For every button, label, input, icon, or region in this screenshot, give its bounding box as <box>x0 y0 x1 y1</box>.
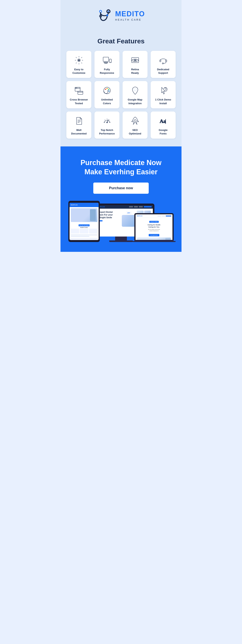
stat-badge: 200+ <box>126 212 132 214</box>
svg-point-23 <box>75 88 76 88</box>
svg-rect-19 <box>166 60 167 62</box>
responsive-icon <box>102 55 112 65</box>
svg-point-34 <box>134 88 136 91</box>
feature-card-dedicated-support: DedicatedSupport <box>151 51 176 78</box>
tablet-header-bar: MEDIPULSE <box>70 203 99 207</box>
speedometer-icon <box>102 116 112 126</box>
tablet-mockup: MEDIPULSE Eye Care and Holistic Health C… <box>68 201 100 242</box>
feature-label-google-map: Google MapIntegration <box>128 98 142 105</box>
svg-point-5 <box>108 11 109 12</box>
laptop-mockup: MEDIPULSE Caring for Health Caring for H… <box>134 213 174 242</box>
logo-title: MEDITO <box>115 10 145 18</box>
features-grid: Easy toCustomize FullyResponsive <box>66 51 176 138</box>
svg-point-31 <box>106 88 108 89</box>
feature-card-fully-responsive: FullyResponsive <box>95 51 119 78</box>
svg-rect-10 <box>103 57 109 62</box>
feature-label-easy-customize: Easy toCustomize <box>73 68 85 75</box>
svg-point-27 <box>78 92 79 92</box>
feature-card-seo-optimized: SEOOptimized <box>123 112 147 138</box>
logo-text-block: MEDITO HEALTH CARE <box>115 10 145 21</box>
feature-card-cross-browser: Cross BrowserTested <box>66 81 91 108</box>
laptop-content: Caring for Health Caring for HealthCarin… <box>136 218 172 240</box>
svg-point-30 <box>105 89 106 90</box>
logo-subtitle: HEALTH CARE <box>115 18 145 21</box>
headset-icon <box>158 55 168 65</box>
feature-card-retina-ready: RetinaReady <box>123 51 147 78</box>
feature-card-google-fonts: Aa GoogleFonts <box>151 112 176 138</box>
svg-point-45 <box>134 120 136 122</box>
features-title: Great Features <box>66 37 176 45</box>
cta-section: Purchase Medicate NowMake Everhing Easie… <box>61 146 181 252</box>
laptop-logo: MEDIPULSE <box>137 215 142 216</box>
tablet-screen: MEDIPULSE Eye Care and Holistic Health C… <box>70 203 99 240</box>
logo-icon <box>97 8 113 24</box>
header-section: MEDITO HEALTH CARE <box>61 0 181 35</box>
mockup-section: MEDIPULSE Eye Care and Holistic Health C… <box>66 204 176 242</box>
desktop-base <box>109 240 133 242</box>
laptop-title: Caring for HealthCaring for You. <box>137 224 171 228</box>
svg-text:Aa: Aa <box>160 118 166 124</box>
svg-point-17 <box>135 60 136 61</box>
palette-icon <box>102 86 112 96</box>
desktop-stand <box>115 236 127 240</box>
tablet-logo: MEDIPULSE <box>71 204 78 206</box>
feature-label-cross-browser: Cross BrowserTested <box>70 98 88 105</box>
tablet-card <box>80 229 88 234</box>
feature-label-google-fonts: GoogleFonts <box>159 128 168 136</box>
laptop-subtitle: We are always ensure bestmedical treatme… <box>137 229 171 232</box>
svg-point-7 <box>106 14 108 16</box>
tablet-frame: MEDIPULSE Eye Care and Holistic Health C… <box>68 201 100 242</box>
browser-icon <box>74 86 84 96</box>
feature-card-google-map: Google MapIntegration <box>123 81 147 108</box>
hero-img-placeholder <box>122 215 136 227</box>
eye-icon <box>130 55 140 65</box>
svg-point-32 <box>108 89 109 90</box>
feature-label-fully-responsive: FullyResponsive <box>100 68 114 75</box>
laptop-frame: MEDIPULSE Caring for Health Caring for H… <box>134 213 174 240</box>
laptop-nav: MEDIPULSE <box>136 214 172 218</box>
svg-point-28 <box>79 92 80 92</box>
laptop-appointment-btn: Get Appointment <box>149 234 159 236</box>
svg-point-24 <box>76 88 77 88</box>
logo-container: MEDITO HEALTH CARE <box>97 8 145 24</box>
feature-label-click-demo: 1 Click DemoInstall <box>155 98 171 105</box>
feature-label-seo-optimized: SEOOptimized <box>129 128 141 136</box>
settings-icon <box>74 55 84 65</box>
tablet-section-title: Health Center <box>71 227 97 228</box>
svg-rect-12 <box>105 63 107 64</box>
features-section: Great Features Easy toCustomize FullyRes… <box>61 35 181 146</box>
svg-rect-18 <box>160 60 161 62</box>
svg-point-39 <box>106 122 108 123</box>
tablet-card <box>71 229 79 234</box>
feature-card-top-notch: Top NotchPerformance <box>95 112 119 138</box>
feature-label-top-notch: Top NotchPerformance <box>99 128 115 136</box>
feature-card-easy-customize: Easy toCustomize <box>66 51 91 78</box>
mockup-container: MEDIPULSE Eye Care and Holistic Health C… <box>66 204 176 242</box>
cta-title: Purchase Medicate NowMake Everhing Easie… <box>66 158 176 177</box>
tablet-content: Eye Care and Holistic Health Center <box>70 207 99 238</box>
tablet-card <box>89 229 97 234</box>
feature-card-click-demo: 1 Click DemoInstall <box>151 81 176 108</box>
laptop-img <box>137 238 171 240</box>
feature-card-well-documented: WellDocumented <box>66 112 91 138</box>
feature-card-unlimited-colors: UnlimitedColors <box>95 81 119 108</box>
feature-label-well-documented: WellDocumented <box>71 128 87 136</box>
laptop-base <box>134 240 174 241</box>
feature-label-retina-ready: RetinaReady <box>131 68 139 75</box>
tablet-badge: Eye Care and Holistic <box>79 224 90 226</box>
laptop-screen: MEDIPULSE Caring for Health Caring for H… <box>136 214 172 240</box>
document-icon <box>74 116 84 126</box>
map-icon <box>130 86 140 96</box>
cursor-icon <box>158 86 168 96</box>
feature-label-dedicated-support: DedicatedSupport <box>157 68 169 75</box>
laptop-badge: Caring for Health <box>149 221 159 223</box>
tablet-hero-img <box>71 208 97 222</box>
rocket-icon <box>130 116 140 126</box>
laptop-foot <box>132 241 176 242</box>
typography-icon: Aa <box>158 116 168 126</box>
feature-label-unlimited-colors: UnlimitedColors <box>101 98 113 105</box>
svg-point-9 <box>78 60 80 61</box>
purchase-now-button[interactable]: Purchase now <box>93 182 149 194</box>
tablet-card-row <box>71 229 97 234</box>
svg-point-1 <box>100 10 101 12</box>
